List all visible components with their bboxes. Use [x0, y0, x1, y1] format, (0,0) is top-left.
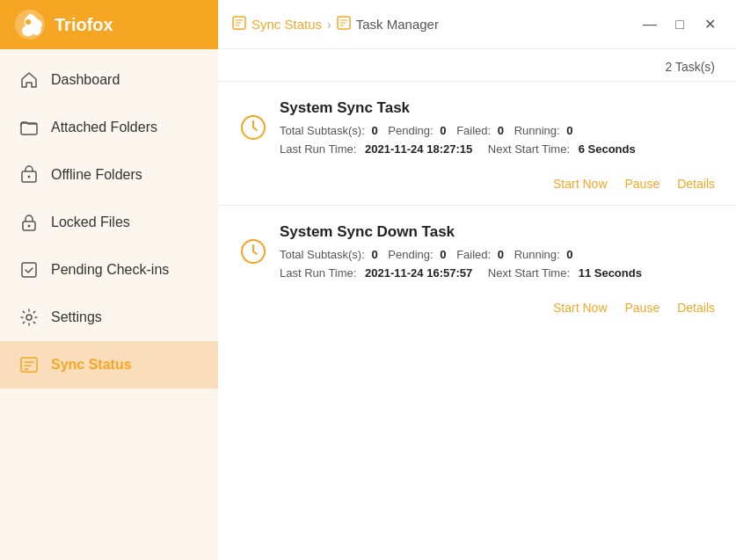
window-controls: — □ ✕ — [641, 16, 722, 33]
task-time-1: Last Run Time: 2021-11-24 18:27:15 Next … — [280, 142, 715, 156]
task-stats-1: Total Subtask(s): 0 Pending: 0 Failed: 0… — [280, 124, 715, 137]
sidebar-item-attached-folders[interactable]: Attached Folders — [0, 104, 218, 151]
sidebar-item-settings[interactable]: Settings — [0, 294, 218, 341]
breadcrumb-sync-label[interactable]: Sync Status — [251, 17, 322, 32]
pending-val-1: 0 — [440, 124, 446, 137]
sidebar-label-offline-folders: Offline Folders — [51, 167, 142, 183]
next-start-val-1: 6 Seconds — [579, 142, 636, 156]
running-val-1: 0 — [566, 124, 572, 137]
sidebar-item-offline-folders[interactable]: Offline Folders — [0, 151, 218, 199]
failed-val-1: 0 — [498, 124, 504, 137]
folder-icon — [19, 118, 39, 137]
sidebar-item-dashboard[interactable]: Dashboard — [0, 56, 218, 104]
pending-label-2: Pending: — [388, 248, 433, 261]
total-label-2: Total Subtask(s): — [280, 248, 365, 261]
pending-val-2: 0 — [440, 248, 446, 261]
svg-rect-9 — [22, 263, 36, 277]
svg-point-8 — [28, 225, 31, 228]
minimize-button[interactable]: — — [641, 16, 659, 33]
main-layout: Dashboard Attached Folders Offline Folde… — [0, 49, 736, 560]
last-run-label-2: Last Run Time: — [280, 266, 356, 280]
total-val-2: 0 — [371, 248, 377, 261]
sidebar-label-dashboard: Dashboard — [51, 72, 120, 88]
svg-point-10 — [26, 315, 32, 320]
content-area: 2 Task(s) System Sync Task Total Subtask… — [218, 49, 736, 560]
sidebar-item-pending-checkins[interactable]: Pending Check-ins — [0, 246, 218, 294]
sidebar-label-settings: Settings — [51, 309, 102, 325]
pending-label-1: Pending: — [388, 124, 433, 137]
sidebar-item-locked-files[interactable]: Locked Files — [0, 199, 218, 246]
failed-val-2: 0 — [498, 248, 504, 261]
app-branding: Triofox — [0, 0, 218, 49]
sidebar-label-sync-status: Sync Status — [51, 357, 132, 373]
total-val-1: 0 — [371, 124, 377, 137]
svg-point-6 — [28, 176, 31, 178]
title-bar: Triofox Sync Status › Task Manager — □ ✕ — [0, 0, 736, 49]
offline-icon — [19, 165, 39, 185]
app-title: Triofox — [55, 15, 113, 35]
breadcrumb-sync-icon — [232, 16, 246, 33]
start-now-button-1[interactable]: Start Now — [553, 177, 607, 191]
pause-button-1[interactable]: Pause — [625, 177, 660, 191]
close-button[interactable]: ✕ — [701, 16, 718, 33]
settings-icon — [19, 308, 39, 327]
task-stats-2: Total Subtask(s): 0 Pending: 0 Failed: 0… — [280, 248, 715, 261]
sidebar-label-pending-checkins: Pending Check-ins — [51, 262, 169, 278]
clock-icon-2 — [239, 237, 267, 265]
sync-status-icon — [19, 355, 39, 375]
sidebar: Dashboard Attached Folders Offline Folde… — [0, 49, 218, 560]
task-card-1: System Sync Task Total Subtask(s): 0 Pen… — [218, 81, 736, 205]
checkin-icon — [19, 260, 39, 280]
total-label-1: Total Subtask(s): — [280, 124, 365, 137]
next-start-label-1: Next Start Time: — [488, 142, 570, 156]
running-label-1: Running: — [514, 124, 560, 137]
task-info-2: System Sync Down Task Total Subtask(s): … — [280, 223, 715, 280]
app-logo-icon — [14, 9, 46, 40]
last-run-label-1: Last Run Time: — [280, 142, 356, 156]
task-info-1: System Sync Task Total Subtask(s): 0 Pen… — [280, 99, 715, 156]
last-run-val-2: 2021-11-24 16:57:57 — [365, 266, 472, 280]
task-card-2: System Sync Down Task Total Subtask(s): … — [218, 205, 736, 329]
task-count: 2 Task(s) — [218, 49, 736, 81]
last-run-val-1: 2021-11-24 18:27:15 — [365, 142, 472, 156]
running-label-2: Running: — [514, 248, 560, 261]
task-header-2: System Sync Down Task Total Subtask(s): … — [239, 223, 715, 280]
task-title-1: System Sync Task — [280, 99, 715, 117]
sidebar-label-attached-folders: Attached Folders — [51, 120, 157, 135]
home-icon — [19, 70, 39, 90]
task-title-2: System Sync Down Task — [280, 223, 715, 241]
running-val-2: 0 — [566, 248, 572, 261]
task-actions-2: Start Now Pause Details — [239, 288, 715, 329]
lock-icon — [19, 213, 39, 232]
start-now-button-2[interactable]: Start Now — [553, 301, 607, 315]
svg-point-1 — [26, 19, 31, 25]
breadcrumb-task-label: Task Manager — [356, 17, 439, 32]
svg-rect-4 — [21, 123, 37, 135]
svg-rect-11 — [21, 358, 37, 372]
details-button-2[interactable]: Details — [677, 301, 715, 315]
breadcrumb: Sync Status › Task Manager — [232, 16, 641, 33]
next-start-label-2: Next Start Time: — [488, 266, 570, 280]
next-start-val-2: 11 Seconds — [579, 266, 642, 280]
task-time-2: Last Run Time: 2021-11-24 16:57:57 Next … — [280, 266, 715, 280]
sidebar-label-locked-files: Locked Files — [51, 215, 130, 230]
failed-label-1: Failed: — [456, 124, 491, 137]
failed-label-2: Failed: — [456, 248, 491, 261]
maximize-button[interactable]: □ — [671, 16, 689, 33]
clock-icon-1 — [239, 113, 267, 142]
breadcrumb-and-controls: Sync Status › Task Manager — □ ✕ — [218, 0, 736, 49]
breadcrumb-task-icon — [337, 16, 351, 33]
task-header-1: System Sync Task Total Subtask(s): 0 Pen… — [239, 99, 715, 156]
details-button-1[interactable]: Details — [677, 177, 715, 191]
pause-button-2[interactable]: Pause — [625, 301, 660, 315]
breadcrumb-separator: › — [327, 18, 332, 32]
sidebar-item-sync-status[interactable]: Sync Status — [0, 341, 218, 389]
task-actions-1: Start Now Pause Details — [239, 164, 715, 205]
